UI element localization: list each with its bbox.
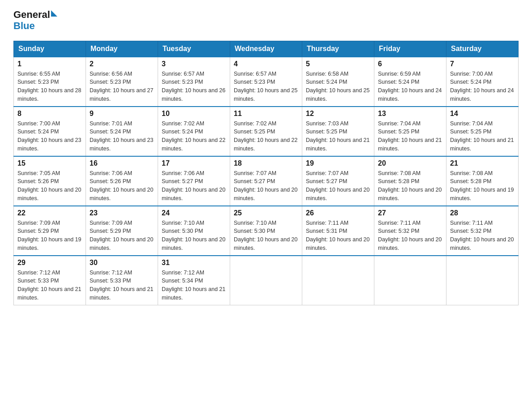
day-number: 20 [378,159,442,167]
col-header-sunday: Sunday [14,41,86,57]
day-info: Sunrise: 7:11 AMSunset: 5:32 PMDaylight:… [450,219,515,253]
empty-cell [302,256,374,305]
day-number: 24 [162,209,226,217]
day-cell-10: 10Sunrise: 7:02 AMSunset: 5:24 PMDayligh… [158,107,230,156]
day-cell-4: 4Sunrise: 6:57 AMSunset: 5:23 PMDaylight… [230,57,302,107]
day-number: 13 [378,110,442,118]
day-info: Sunrise: 7:04 AMSunset: 5:25 PMDaylight:… [378,120,442,153]
col-header-monday: Monday [86,41,158,57]
page-header: General Blue [13,9,519,32]
day-number: 15 [17,159,82,167]
day-number: 12 [306,110,370,118]
day-info: Sunrise: 6:57 AMSunset: 5:23 PMDaylight:… [234,70,298,103]
logo-triangle-icon [51,10,57,17]
day-cell-26: 26Sunrise: 7:11 AMSunset: 5:31 PMDayligh… [302,206,374,256]
day-cell-24: 24Sunrise: 7:10 AMSunset: 5:30 PMDayligh… [158,206,230,256]
day-cell-27: 27Sunrise: 7:11 AMSunset: 5:32 PMDayligh… [374,206,446,256]
calendar-table: SundayMondayTuesdayWednesdayThursdayFrid… [13,41,519,305]
day-cell-7: 7Sunrise: 7:00 AMSunset: 5:24 PMDaylight… [446,57,519,107]
day-info: Sunrise: 7:06 AMSunset: 5:26 PMDaylight:… [90,169,154,203]
day-number: 16 [90,159,154,167]
day-info: Sunrise: 7:09 AMSunset: 5:29 PMDaylight:… [90,219,154,253]
day-cell-21: 21Sunrise: 7:08 AMSunset: 5:28 PMDayligh… [446,156,519,206]
empty-cell [230,256,302,305]
empty-cell [446,256,519,305]
day-info: Sunrise: 7:09 AMSunset: 5:29 PMDaylight:… [17,219,82,253]
day-info: Sunrise: 7:11 AMSunset: 5:32 PMDaylight:… [378,219,442,253]
day-number: 2 [90,60,154,68]
col-header-saturday: Saturday [446,41,519,57]
day-info: Sunrise: 7:08 AMSunset: 5:28 PMDaylight:… [450,169,515,203]
day-info: Sunrise: 6:55 AMSunset: 5:23 PMDaylight:… [17,70,82,103]
day-info: Sunrise: 7:02 AMSunset: 5:24 PMDaylight:… [162,120,226,153]
day-number: 10 [162,110,226,118]
day-number: 26 [306,209,370,217]
day-number: 9 [90,110,154,118]
day-number: 3 [162,60,226,68]
day-info: Sunrise: 7:07 AMSunset: 5:27 PMDaylight:… [234,169,298,203]
day-info: Sunrise: 7:12 AMSunset: 5:34 PMDaylight:… [162,269,226,302]
week-row-2: 8Sunrise: 7:00 AMSunset: 5:24 PMDaylight… [14,107,519,156]
col-header-tuesday: Tuesday [158,41,230,57]
col-header-wednesday: Wednesday [230,41,302,57]
day-cell-22: 22Sunrise: 7:09 AMSunset: 5:29 PMDayligh… [14,206,86,256]
day-number: 28 [450,209,515,217]
day-info: Sunrise: 6:58 AMSunset: 5:24 PMDaylight:… [306,70,370,103]
day-cell-11: 11Sunrise: 7:02 AMSunset: 5:25 PMDayligh… [230,107,302,156]
calendar-header-row: SundayMondayTuesdayWednesdayThursdayFrid… [14,41,519,57]
day-number: 19 [306,159,370,167]
week-row-3: 15Sunrise: 7:05 AMSunset: 5:26 PMDayligh… [14,156,519,206]
empty-cell [374,256,446,305]
day-info: Sunrise: 7:05 AMSunset: 5:26 PMDaylight:… [17,169,82,203]
day-number: 22 [17,209,82,217]
day-number: 29 [17,259,82,267]
logo-blue: Blue [13,20,57,31]
day-info: Sunrise: 7:00 AMSunset: 5:24 PMDaylight:… [450,70,515,103]
day-number: 6 [378,60,442,68]
day-info: Sunrise: 7:08 AMSunset: 5:28 PMDaylight:… [378,169,442,203]
day-cell-19: 19Sunrise: 7:07 AMSunset: 5:27 PMDayligh… [302,156,374,206]
day-number: 11 [234,110,298,118]
day-info: Sunrise: 7:12 AMSunset: 5:33 PMDaylight:… [90,269,154,302]
day-info: Sunrise: 7:04 AMSunset: 5:25 PMDaylight:… [450,120,515,153]
day-cell-3: 3Sunrise: 6:57 AMSunset: 5:23 PMDaylight… [158,57,230,107]
day-cell-5: 5Sunrise: 6:58 AMSunset: 5:24 PMDaylight… [302,57,374,107]
day-cell-16: 16Sunrise: 7:06 AMSunset: 5:26 PMDayligh… [86,156,158,206]
day-info: Sunrise: 7:06 AMSunset: 5:27 PMDaylight:… [162,169,226,203]
week-row-4: 22Sunrise: 7:09 AMSunset: 5:29 PMDayligh… [14,206,519,256]
day-number: 31 [162,259,226,267]
day-info: Sunrise: 7:03 AMSunset: 5:25 PMDaylight:… [306,120,370,153]
day-info: Sunrise: 7:02 AMSunset: 5:25 PMDaylight:… [234,120,298,153]
day-cell-2: 2Sunrise: 6:56 AMSunset: 5:23 PMDaylight… [86,57,158,107]
logo-general: General [13,9,50,20]
logo: General Blue [13,9,57,32]
week-row-1: 1Sunrise: 6:55 AMSunset: 5:23 PMDaylight… [14,57,519,107]
day-info: Sunrise: 6:59 AMSunset: 5:24 PMDaylight:… [378,70,442,103]
day-info: Sunrise: 7:01 AMSunset: 5:24 PMDaylight:… [90,120,154,153]
day-cell-17: 17Sunrise: 7:06 AMSunset: 5:27 PMDayligh… [158,156,230,206]
day-cell-20: 20Sunrise: 7:08 AMSunset: 5:28 PMDayligh… [374,156,446,206]
day-number: 5 [306,60,370,68]
day-number: 27 [378,209,442,217]
week-row-5: 29Sunrise: 7:12 AMSunset: 5:33 PMDayligh… [14,256,519,305]
day-cell-1: 1Sunrise: 6:55 AMSunset: 5:23 PMDaylight… [14,57,86,107]
day-cell-18: 18Sunrise: 7:07 AMSunset: 5:27 PMDayligh… [230,156,302,206]
day-cell-31: 31Sunrise: 7:12 AMSunset: 5:34 PMDayligh… [158,256,230,305]
day-cell-23: 23Sunrise: 7:09 AMSunset: 5:29 PMDayligh… [86,206,158,256]
day-cell-28: 28Sunrise: 7:11 AMSunset: 5:32 PMDayligh… [446,206,519,256]
day-info: Sunrise: 7:10 AMSunset: 5:30 PMDaylight:… [234,219,298,253]
day-cell-6: 6Sunrise: 6:59 AMSunset: 5:24 PMDaylight… [374,57,446,107]
day-cell-13: 13Sunrise: 7:04 AMSunset: 5:25 PMDayligh… [374,107,446,156]
day-info: Sunrise: 6:56 AMSunset: 5:23 PMDaylight:… [90,70,154,103]
col-header-thursday: Thursday [302,41,374,57]
day-cell-30: 30Sunrise: 7:12 AMSunset: 5:33 PMDayligh… [86,256,158,305]
day-cell-15: 15Sunrise: 7:05 AMSunset: 5:26 PMDayligh… [14,156,86,206]
day-info: Sunrise: 7:10 AMSunset: 5:30 PMDaylight:… [162,219,226,253]
day-cell-29: 29Sunrise: 7:12 AMSunset: 5:33 PMDayligh… [14,256,86,305]
day-number: 25 [234,209,298,217]
day-number: 23 [90,209,154,217]
day-number: 8 [17,110,82,118]
day-info: Sunrise: 7:00 AMSunset: 5:24 PMDaylight:… [17,120,82,153]
day-cell-9: 9Sunrise: 7:01 AMSunset: 5:24 PMDaylight… [86,107,158,156]
day-cell-12: 12Sunrise: 7:03 AMSunset: 5:25 PMDayligh… [302,107,374,156]
